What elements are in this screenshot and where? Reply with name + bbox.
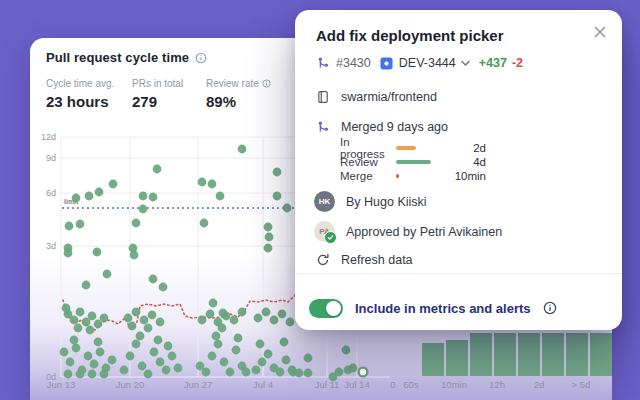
pr-scatter-point[interactable] [254,314,263,323]
pr-scatter-point[interactable] [90,360,99,369]
pr-scatter-point-selected[interactable] [359,368,368,377]
pr-scatter-point[interactable] [72,194,81,203]
pr-scatter-point[interactable] [66,358,75,367]
pr-scatter-point[interactable] [144,324,153,333]
pr-scatter-point[interactable] [138,362,147,371]
histogram-bar[interactable] [518,333,540,376]
pr-scatter-point[interactable] [295,369,304,378]
pr-scatter-point[interactable] [342,346,351,355]
pr-scatter-point[interactable] [264,223,273,232]
pr-scatter-point[interactable] [72,344,81,353]
pr-scatter-point[interactable] [222,312,231,321]
pr-scatter-point[interactable] [265,233,274,242]
pr-scatter-point[interactable] [108,356,117,365]
pr-scatter-point[interactable] [149,275,158,284]
include-metrics-toggle[interactable] [309,299,343,318]
pr-scatter-point[interactable] [82,281,91,290]
pr-scatter-point[interactable] [139,192,148,201]
pr-scatter-point[interactable] [273,168,282,177]
pr-scatter-point[interactable] [262,308,271,317]
pr-scatter-point[interactable] [153,165,162,174]
pr-scatter-point[interactable] [214,340,223,349]
pr-scatter-point[interactable] [276,368,285,377]
pr-scatter-point[interactable] [220,358,229,367]
pr-scatter-point[interactable] [93,248,102,257]
pr-scatter-point[interactable] [154,336,163,345]
close-icon[interactable] [593,25,607,39]
pr-scatter-point[interactable] [304,354,313,363]
pr-scatter-point[interactable] [349,364,358,373]
pr-scatter-point[interactable] [226,368,235,377]
pr-scatter-point[interactable] [103,270,112,279]
pr-number[interactable]: #3430 [336,56,371,70]
pr-scatter-point[interactable] [230,316,239,325]
pr-scatter-point[interactable] [164,342,173,351]
pr-scatter-point[interactable] [136,332,145,341]
pr-scatter-point[interactable] [283,204,292,213]
histogram-bar[interactable] [446,340,468,376]
pr-scatter-point[interactable] [86,326,95,335]
pr-scatter-point[interactable] [218,324,227,333]
pr-scatter-point[interactable] [100,370,109,379]
pr-scatter-point[interactable] [278,310,287,319]
pr-scatter-point[interactable] [64,249,73,258]
approver-avatar[interactable]: PA [314,221,335,242]
pr-scatter-point[interactable] [242,368,251,377]
pr-scatter-point[interactable] [202,368,211,377]
pr-scatter-point[interactable] [256,340,265,349]
pr-scatter-point[interactable] [65,222,74,231]
pr-scatter-point[interactable] [206,310,215,319]
pr-scatter-point[interactable] [88,370,97,379]
pr-scatter-point[interactable] [280,338,289,347]
pr-scatter-point[interactable] [95,188,104,197]
refresh-data-button[interactable]: Refresh data [316,253,413,267]
pr-scatter-point[interactable] [120,366,129,375]
pr-scatter-point[interactable] [273,192,282,201]
info-icon[interactable] [543,301,557,315]
chevron-down-icon[interactable] [461,60,470,67]
pr-scatter-point[interactable] [140,316,149,325]
pr-scatter-point[interactable] [70,336,79,345]
pr-scatter-point[interactable] [64,370,73,379]
pr-scatter-point[interactable] [149,193,158,202]
pr-scatter-point[interactable] [88,312,97,321]
pr-scatter-point[interactable] [130,251,139,260]
pr-scatter-point[interactable] [208,180,217,189]
pr-scatter-point[interactable] [238,308,247,317]
pr-scatter-point[interactable] [70,316,79,325]
pr-scatter-point[interactable] [84,352,93,361]
pr-scatter-point[interactable] [238,145,247,154]
pr-scatter-point[interactable] [60,348,69,357]
pr-scatter-point[interactable] [156,358,165,367]
pr-scatter-point[interactable] [150,348,159,357]
pr-scatter-point[interactable] [174,364,183,373]
pr-scatter-point[interactable] [159,283,168,292]
histogram-bar[interactable] [494,333,516,376]
pr-scatter-point[interactable] [156,318,165,327]
pr-scatter-point[interactable] [304,369,313,378]
pr-scatter-point[interactable] [128,322,137,331]
pr-scatter-point[interactable] [132,308,141,317]
histogram-bar[interactable] [422,343,444,376]
pr-scatter-point[interactable] [96,348,105,357]
pr-scatter-point[interactable] [286,318,295,327]
pr-scatter-point[interactable] [62,304,71,313]
pr-scatter-point[interactable] [144,370,153,379]
pr-scatter-point[interactable] [208,352,217,361]
pr-scatter-point[interactable] [335,368,344,377]
pr-scatter-point[interactable] [85,192,94,201]
histogram-bar[interactable] [542,333,564,376]
pr-scatter-point[interactable] [162,366,171,375]
pr-scatter-point[interactable] [198,316,207,325]
pr-scatter-point[interactable] [94,338,103,347]
pr-scatter-point[interactable] [234,334,243,343]
pr-scatter-point[interactable] [132,219,141,228]
pr-scatter-point[interactable] [124,314,133,323]
pr-scatter-point[interactable] [212,332,221,341]
pr-scatter-point[interactable] [282,356,291,365]
pr-scatter-point[interactable] [270,316,279,325]
repo-name[interactable]: swarmia/frontend [341,90,437,104]
pr-scatter-point[interactable] [198,178,207,187]
pr-scatter-point[interactable] [200,219,209,228]
pr-scatter-point[interactable] [109,180,118,189]
